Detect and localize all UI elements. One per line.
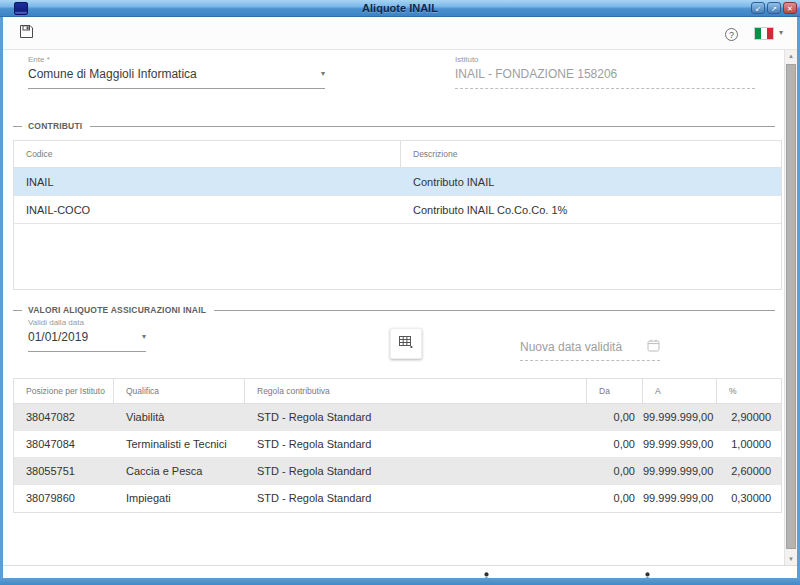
floppy-save-icon [19, 24, 34, 42]
legend-line [90, 126, 775, 127]
cell-qualifica: Impiegati [114, 485, 245, 512]
column-header-a: A [643, 379, 717, 403]
table-row-inail[interactable]: INAIL Contributo INAIL [14, 168, 781, 196]
dropdown-caret-icon: ▾ [321, 70, 325, 78]
valori-section-legend: VALORI ALIQUOTE ASSICURAZIONI INAIL [13, 305, 775, 315]
legend-line [13, 310, 22, 311]
scroll-up-arrow-icon[interactable]: ▲ [785, 50, 797, 62]
cell-posizione: 38047084 [14, 431, 114, 457]
cell-regola: STD - Regola Standard [245, 485, 587, 512]
cell-descrizione: Contributo INAIL [401, 168, 781, 195]
cell-da: 0,00 [587, 431, 643, 457]
cell-percentuale: 2,90000 [717, 404, 781, 430]
grid-view-button[interactable] [390, 328, 422, 359]
window-bottom-border [0, 578, 800, 585]
aliquote-table: Posizione per Istituto Qualifica Regola … [13, 378, 782, 513]
contributi-table-header: Codice Descrizione [14, 141, 781, 168]
column-header-posizione: Posizione per Istituto [14, 379, 114, 403]
cell-codice: INAIL [14, 168, 401, 195]
statusbar [3, 565, 797, 578]
cell-qualifica: Terminalisti e Tecnici [114, 431, 245, 457]
window-left-border [0, 17, 3, 578]
table-grid-icon [399, 336, 413, 352]
app-icon [14, 2, 28, 15]
save-button[interactable] [17, 22, 36, 44]
cell-qualifica: Caccia e Pesca [114, 458, 245, 484]
cell-posizione: 38055751 [14, 458, 114, 484]
cell-a: 99.999.999,00 [643, 431, 717, 457]
validi-dalla-data-select[interactable]: Validi dalla data 01/01/2019 ▾ [28, 318, 146, 352]
table-row[interactable]: 38047084 Terminalisti e Tecnici STD - Re… [14, 431, 781, 458]
close-icon: ✕ [787, 5, 793, 12]
table-row[interactable]: 38047082 Viabilità STD - Regola Standard… [14, 404, 781, 431]
help-icon: ? [725, 28, 738, 41]
contributi-section-legend: CONTRIBUTI [13, 121, 775, 131]
cell-percentuale: 1,00000 [717, 431, 781, 457]
cell-posizione: 38079860 [14, 485, 114, 512]
istituto-label: Istituto [455, 55, 755, 64]
cell-percentuale: 2,60000 [717, 458, 781, 484]
cell-da: 0,00 [587, 458, 643, 484]
column-header-da: Da [587, 379, 643, 403]
calendar-icon [647, 338, 660, 356]
cell-da: 0,00 [587, 485, 643, 512]
column-header-regola: Regola contributiva [245, 379, 587, 403]
column-header-descrizione: Descrizione [401, 141, 781, 168]
aliquote-table-header: Posizione per Istituto Qualifica Regola … [14, 379, 781, 404]
content-area: Ente * Comune di Maggioli Informatica ▾ … [3, 50, 797, 565]
dropdown-caret-icon: ▾ [142, 333, 146, 341]
window-aliquote-inail: Aliquote INAIL ↙ ↗ ✕ ? ▾ [0, 0, 800, 585]
cell-codice: INAIL-COCO [14, 196, 401, 223]
cell-regola: STD - Regola Standard [245, 404, 587, 430]
istituto-value: INAIL - FONDAZIONE 158206 [455, 67, 617, 81]
maximize-icon: ↗ [771, 5, 777, 12]
titlebar: Aliquote INAIL ↙ ↗ ✕ [0, 0, 800, 17]
table-row[interactable]: 38079860 Impiegati STD - Regola Standard… [14, 485, 781, 512]
cell-qualifica: Viabilità [114, 404, 245, 430]
nuova-data-validita-field: Nuova data validità [520, 338, 660, 361]
table-row-inail-coco[interactable]: INAIL-COCO Contributo INAIL Co.Co.Co. 1% [14, 196, 781, 224]
vertical-scrollbar[interactable]: ▲ ▼ [784, 50, 797, 565]
validi-label: Validi dalla data [28, 318, 146, 327]
validi-value: 01/01/2019 [28, 330, 88, 344]
italian-flag-icon [754, 27, 774, 40]
scroll-down-arrow-icon[interactable]: ▼ [785, 553, 797, 565]
column-header-qualifica: Qualifica [114, 379, 245, 403]
contributi-table: Codice Descrizione INAIL Contributo INAI… [13, 140, 782, 290]
window-controls: ↙ ↗ ✕ [751, 2, 797, 14]
cell-a: 99.999.999,00 [643, 485, 717, 512]
chevron-down-icon: ▾ [779, 29, 783, 37]
cell-descrizione: Contributo INAIL Co.Co.Co. 1% [401, 196, 781, 223]
column-header-percentuale: % [717, 379, 781, 403]
cell-posizione: 38047082 [14, 404, 114, 430]
close-window-button[interactable]: ✕ [783, 2, 797, 14]
ente-value: Comune di Maggioli Informatica [28, 67, 197, 81]
maximize-window-button[interactable]: ↗ [767, 2, 781, 14]
scrollbar-thumb[interactable] [786, 64, 796, 549]
language-selector[interactable]: ▾ [754, 27, 783, 40]
cell-regola: STD - Regola Standard [245, 458, 587, 484]
help-button[interactable]: ? [725, 26, 738, 41]
window-title: Aliquote INAIL [0, 2, 800, 14]
istituto-field: Istituto INAIL - FONDAZIONE 158206 [455, 55, 755, 89]
restore-icon: ↙ [755, 5, 761, 12]
ente-select[interactable]: Ente * Comune di Maggioli Informatica ▾ [28, 55, 325, 89]
toolbar: ? ▾ [3, 17, 797, 50]
legend-title: CONTRIBUTI [28, 121, 82, 131]
cell-percentuale: 0,30000 [717, 485, 781, 512]
cell-a: 99.999.999,00 [643, 404, 717, 430]
legend-title: VALORI ALIQUOTE ASSICURAZIONI INAIL [28, 305, 206, 315]
column-header-codice: Codice [14, 141, 401, 168]
cell-da: 0,00 [587, 404, 643, 430]
table-row[interactable]: 38055751 Caccia e Pesca STD - Regola Sta… [14, 458, 781, 485]
legend-line [214, 310, 775, 311]
nuova-data-placeholder: Nuova data validità [520, 340, 622, 354]
cell-regola: STD - Regola Standard [245, 431, 587, 457]
cell-a: 99.999.999,00 [643, 458, 717, 484]
ente-label: Ente * [28, 55, 325, 64]
restore-window-button[interactable]: ↙ [751, 2, 765, 14]
legend-line [13, 126, 22, 127]
